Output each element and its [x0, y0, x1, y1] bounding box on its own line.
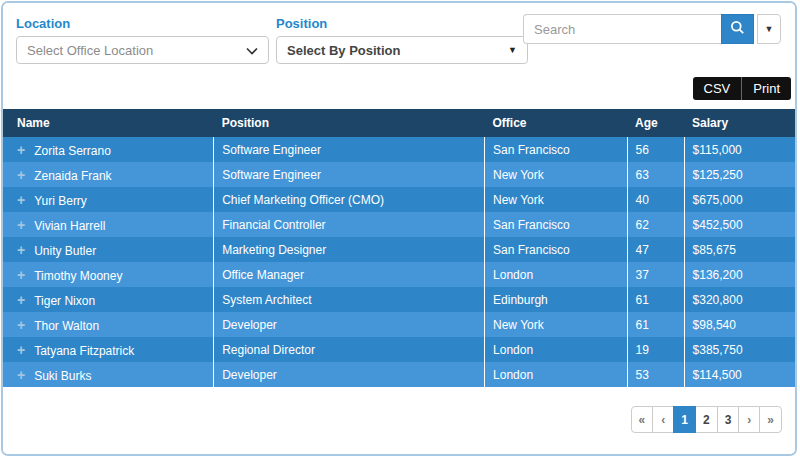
pagination-page-2-button[interactable]: 2: [695, 406, 718, 433]
export-button-group: CSV Print: [693, 77, 791, 100]
column-header-office[interactable]: Office: [485, 109, 628, 137]
location-filter-value: Select Office Location: [27, 43, 153, 58]
employee-name: Suki Burks: [34, 369, 91, 383]
table-footer: « ‹ 1 2 3 › »: [3, 387, 795, 454]
expand-row-plus-icon[interactable]: +: [17, 167, 25, 183]
cell-office: Edinburgh: [485, 287, 628, 312]
chevron-down-icon: [246, 43, 258, 58]
expand-row-plus-icon[interactable]: +: [17, 367, 25, 383]
expand-row-plus-icon[interactable]: +: [17, 242, 25, 258]
cell-office: New York: [485, 162, 628, 187]
cell-office: London: [485, 362, 628, 387]
cell-age: 63: [627, 162, 684, 187]
table-row: +Thor Walton Developer New York 61 $98,5…: [3, 312, 795, 337]
cell-name: +Suki Burks: [3, 362, 214, 387]
pagination-last-button[interactable]: »: [759, 406, 782, 433]
cell-age: 61: [627, 287, 684, 312]
cell-position: Office Manager: [214, 262, 485, 287]
caret-down-icon: ▼: [508, 45, 517, 55]
cell-name: +Zorita Serrano: [3, 137, 214, 162]
cell-salary: $136,200: [684, 262, 795, 287]
expand-row-plus-icon[interactable]: +: [17, 342, 25, 358]
cell-name: +Thor Walton: [3, 312, 214, 337]
cell-position: Chief Marketing Officer (CMO): [214, 187, 485, 212]
employee-name: Zenaida Frank: [34, 169, 111, 183]
table-row: +Tatyana Fitzpatrick Regional Director L…: [3, 337, 795, 362]
data-table-panel: Location Select Office Location Position…: [1, 1, 797, 456]
table-body: +Zorita Serrano Software Engineer San Fr…: [3, 137, 795, 387]
cell-position: System Architect: [214, 287, 485, 312]
cell-position: Financial Controller: [214, 212, 485, 237]
cell-salary: $125,250: [684, 162, 795, 187]
pagination-previous-button[interactable]: ‹: [652, 406, 674, 433]
employee-name: Tiger Nixon: [34, 294, 95, 308]
employee-name: Vivian Harrell: [34, 219, 105, 233]
cell-name: +Unity Butler: [3, 237, 214, 262]
print-button[interactable]: Print: [742, 77, 791, 100]
search-options-dropdown-button[interactable]: ▼: [757, 14, 781, 44]
magnifier-icon: [730, 20, 745, 39]
table-row: +Yuri Berry Chief Marketing Officer (CMO…: [3, 187, 795, 212]
expand-row-plus-icon[interactable]: +: [17, 217, 25, 233]
cell-office: San Francisco: [485, 237, 628, 262]
cell-name: +Tiger Nixon: [3, 287, 214, 312]
cell-office: London: [485, 262, 628, 287]
employee-name: Timothy Mooney: [34, 269, 122, 283]
cell-age: 19: [627, 337, 684, 362]
cell-salary: $452,500: [684, 212, 795, 237]
position-filter-value: Select By Position: [287, 43, 400, 58]
caret-down-icon: ▼: [765, 24, 774, 34]
cell-salary: $98,540: [684, 312, 795, 337]
expand-row-plus-icon[interactable]: +: [17, 192, 25, 208]
search-group: ▼: [523, 14, 781, 44]
expand-row-plus-icon[interactable]: +: [17, 317, 25, 333]
pagination-page-3-button[interactable]: 3: [717, 406, 740, 433]
table-header: Name Position Office Age Salary: [3, 109, 795, 137]
table-row: +Timothy Mooney Office Manager London 37…: [3, 262, 795, 287]
cell-office: New York: [485, 312, 628, 337]
column-header-position[interactable]: Position: [214, 109, 485, 137]
table-row: +Zenaida Frank Software Engineer New Yor…: [3, 162, 795, 187]
cell-salary: $320,800: [684, 287, 795, 312]
table-row: +Zorita Serrano Software Engineer San Fr…: [3, 137, 795, 162]
employee-name: Yuri Berry: [34, 194, 87, 208]
cell-age: 53: [627, 362, 684, 387]
column-header-age[interactable]: Age: [627, 109, 684, 137]
cell-age: 37: [627, 262, 684, 287]
cell-name: +Vivian Harrell: [3, 212, 214, 237]
pagination: « ‹ 1 2 3 › »: [631, 406, 782, 433]
pagination-page-1-button[interactable]: 1: [673, 406, 696, 433]
cell-age: 61: [627, 312, 684, 337]
table-row: +Vivian Harrell Financial Controller San…: [3, 212, 795, 237]
column-header-salary[interactable]: Salary: [684, 109, 795, 137]
cell-salary: $385,750: [684, 337, 795, 362]
expand-row-plus-icon[interactable]: +: [17, 292, 25, 308]
cell-office: San Francisco: [485, 137, 628, 162]
pagination-next-button[interactable]: ›: [738, 406, 760, 433]
cell-office: San Francisco: [485, 212, 628, 237]
cell-office: London: [485, 337, 628, 362]
table-row: +Unity Butler Marketing Designer San Fra…: [3, 237, 795, 262]
cell-name: +Zenaida Frank: [3, 162, 214, 187]
cell-office: New York: [485, 187, 628, 212]
table-row: +Tiger Nixon System Architect Edinburgh …: [3, 287, 795, 312]
cell-position: Developer: [214, 362, 485, 387]
column-header-name[interactable]: Name: [3, 109, 214, 137]
cell-age: 56: [627, 137, 684, 162]
cell-name: +Yuri Berry: [3, 187, 214, 212]
cell-name: +Timothy Mooney: [3, 262, 214, 287]
csv-export-button[interactable]: CSV: [693, 77, 743, 100]
search-input[interactable]: [523, 14, 721, 44]
expand-row-plus-icon[interactable]: +: [17, 142, 25, 158]
employee-name: Tatyana Fitzpatrick: [34, 344, 134, 358]
location-filter-select[interactable]: Select Office Location: [16, 36, 269, 64]
cell-salary: $115,000: [684, 137, 795, 162]
expand-row-plus-icon[interactable]: +: [17, 267, 25, 283]
position-filter-select[interactable]: Select By Position ▼: [276, 36, 528, 64]
search-button[interactable]: [721, 14, 754, 44]
cell-position: Developer: [214, 312, 485, 337]
cell-position: Software Engineer: [214, 137, 485, 162]
position-filter-label: Position: [276, 16, 327, 31]
cell-age: 62: [627, 212, 684, 237]
pagination-first-button[interactable]: «: [631, 406, 654, 433]
